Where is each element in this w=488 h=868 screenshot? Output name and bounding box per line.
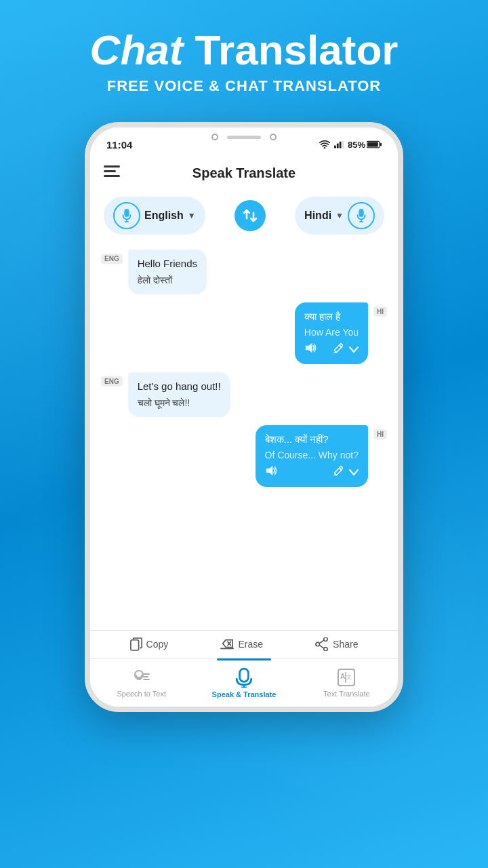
message-bubble-1: Hello Friends हेलो दोस्तों <box>128 250 207 294</box>
svg-rect-7 <box>367 142 378 147</box>
bubble-actions-4 <box>265 465 359 480</box>
menu-icon[interactable] <box>104 164 120 182</box>
bottom-action-bar: Copy Erase <box>90 630 398 658</box>
message-original-3: Let's go hang out!! <box>138 379 221 395</box>
active-tab-indicator <box>217 658 271 660</box>
svg-text:A: A <box>340 673 345 680</box>
svg-rect-8 <box>104 165 120 167</box>
notch-line <box>227 136 261 139</box>
message-bubble-4: बेशक... क्यों नहीं? Of Course... Why not… <box>256 425 369 488</box>
copy-button[interactable]: Copy <box>130 637 169 651</box>
bubble-actions-2 <box>304 342 359 357</box>
lang-tag-hi-1: HI <box>373 307 387 317</box>
speaker-icon-2[interactable] <box>304 342 317 357</box>
share-button[interactable]: Share <box>315 637 358 651</box>
nav-label-text-translate: Text Translate <box>323 690 369 698</box>
nav-item-speak-translate[interactable]: Speak & Translate <box>192 658 295 707</box>
svg-rect-9 <box>104 170 116 172</box>
status-icons: 85% <box>319 140 382 150</box>
speech-to-text-icon <box>132 668 151 687</box>
message-translation-2: How Are You <box>304 326 359 340</box>
app-bar: Speak Translate <box>90 157 398 189</box>
phone-notch <box>197 127 291 146</box>
message-translation-4: Of Course... Why not? <box>265 448 359 462</box>
share-label: Share <box>333 639 358 650</box>
message-bubble-3: Let's go hang out!! चलो घूमने चले!! <box>128 372 230 417</box>
phone-frame: 11:04 <box>85 122 403 712</box>
svg-rect-10 <box>104 175 120 177</box>
message-translation-3: चलो घूमने चले!! <box>138 396 221 410</box>
source-mic-icon <box>113 202 140 229</box>
svg-point-0 <box>324 147 326 149</box>
erase-label: Erase <box>238 639 263 650</box>
message-translation-1: हेलो दोस्तों <box>138 273 197 288</box>
nav-item-text-translate[interactable]: A 文 Text Translate <box>296 658 398 707</box>
phone-mockup: 11:04 <box>0 122 488 712</box>
app-title: Speak Translate <box>192 165 296 181</box>
dropdown-icon-4[interactable] <box>349 466 359 480</box>
nav-item-speech-to-text[interactable]: Speech to Text <box>90 658 192 707</box>
wifi-icon <box>319 140 330 149</box>
message-bubble-2: क्या हाल है How Are You <box>295 302 368 365</box>
source-language-label: English <box>144 210 184 222</box>
svg-text:文: 文 <box>346 674 352 680</box>
svg-line-29 <box>319 646 323 649</box>
speaker-icon-4[interactable] <box>265 465 277 480</box>
source-language-button[interactable]: English ▼ <box>104 197 205 235</box>
app-header: Chat Translator FREE VOICE & CHAT TRANSL… <box>0 0 488 108</box>
bottom-nav: Speech to Text Speak & Translate <box>90 658 398 707</box>
nav-label-speak-translate: Speak & Translate <box>212 690 277 698</box>
svg-rect-1 <box>334 146 336 149</box>
svg-rect-3 <box>340 142 342 149</box>
status-bar: 11:04 <box>90 127 398 157</box>
svg-rect-35 <box>143 679 150 680</box>
erase-button[interactable]: Erase <box>220 638 263 650</box>
signal-icon <box>334 140 344 149</box>
target-language-button[interactable]: Hindi ▼ <box>295 197 384 235</box>
svg-rect-34 <box>143 676 148 677</box>
lang-tag-eng-1: ENG <box>101 254 123 264</box>
chat-area: ENG Hello Friends हेलो दोस्तों HI क्या ह… <box>90 243 398 630</box>
message-original-4: बेशक... क्यों नहीं? <box>265 432 359 448</box>
message-original-1: Hello Friends <box>138 256 197 272</box>
lang-tag-eng-2: ENG <box>101 376 123 387</box>
notch-camera <box>211 134 218 140</box>
source-language-dropdown-icon: ▼ <box>188 211 196 220</box>
table-row: HI क्या हाल है How Are You <box>101 302 387 365</box>
nav-label-speech-to-text: Speech to Text <box>117 690 166 698</box>
battery-icon: 85% <box>348 140 382 150</box>
header-title: Chat Translator <box>14 27 474 73</box>
app-content: Speak Translate English ▼ <box>90 157 398 707</box>
svg-line-28 <box>319 640 323 644</box>
svg-rect-14 <box>359 209 363 217</box>
svg-point-25 <box>324 637 327 641</box>
target-language-label: Hindi <box>304 210 331 222</box>
table-row: HI बेशक... क्यों नहीं? Of Course... Why … <box>101 425 387 488</box>
dropdown-icon-2[interactable] <box>349 343 359 357</box>
notch-camera-2 <box>270 134 277 140</box>
swap-languages-button[interactable] <box>235 200 266 231</box>
svg-rect-33 <box>143 673 150 675</box>
svg-rect-21 <box>130 640 138 650</box>
edit-icon-4[interactable] <box>333 465 344 480</box>
svg-rect-4 <box>342 141 344 149</box>
copy-label: Copy <box>146 639 169 650</box>
status-time: 11:04 <box>106 139 132 151</box>
svg-rect-11 <box>124 209 129 217</box>
text-translate-icon: A 文 <box>337 668 356 687</box>
svg-marker-19 <box>266 466 272 475</box>
edit-icon-2[interactable] <box>333 342 344 357</box>
header-subtitle: FREE VOICE & CHAT TRANSLATOR <box>14 77 474 95</box>
svg-rect-36 <box>240 669 249 682</box>
lang-tag-hi-2: HI <box>373 429 387 439</box>
language-selector: English ▼ Hindi ▼ <box>90 189 398 243</box>
speak-translate-icon <box>234 667 254 688</box>
svg-rect-6 <box>380 143 382 146</box>
svg-point-27 <box>316 642 319 646</box>
svg-point-26 <box>324 648 327 651</box>
svg-marker-17 <box>306 343 312 353</box>
target-mic-icon[interactable] <box>348 202 375 229</box>
target-language-dropdown-icon: ▼ <box>336 211 344 220</box>
table-row: ENG Hello Friends हेलो दोस्तों <box>101 250 387 294</box>
message-original-2: क्या हाल है <box>304 309 359 325</box>
